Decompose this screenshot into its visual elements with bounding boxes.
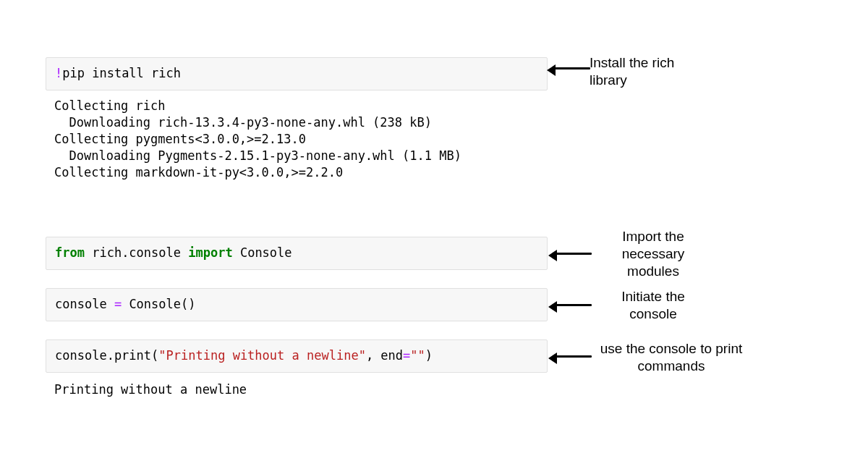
code-output-install: Collecting rich Downloading rich-13.3.4-… <box>54 98 461 181</box>
arrow-to-install <box>554 67 590 69</box>
arrow-to-import <box>556 253 592 255</box>
tutorial-figure: !pip install rich Collecting rich Downlo… <box>0 0 868 456</box>
code-output-print: Printing without a newline <box>54 381 247 398</box>
annotation-install: Install the rich library <box>590 54 705 89</box>
code-cell-import: from rich.console import Console <box>46 237 548 270</box>
code-cell-install: !pip install rich <box>46 57 548 90</box>
code-cell-print: console.print("Printing without a newlin… <box>46 339 548 373</box>
annotation-print: use the console to print commands <box>599 340 744 375</box>
code-cell-instantiate: console = Console() <box>46 288 548 321</box>
annotation-instantiate: Initiate the console <box>606 288 700 323</box>
annotation-import: Import the necessary modules <box>606 228 700 279</box>
arrow-to-instantiate <box>556 304 592 306</box>
arrow-to-print <box>556 355 592 358</box>
